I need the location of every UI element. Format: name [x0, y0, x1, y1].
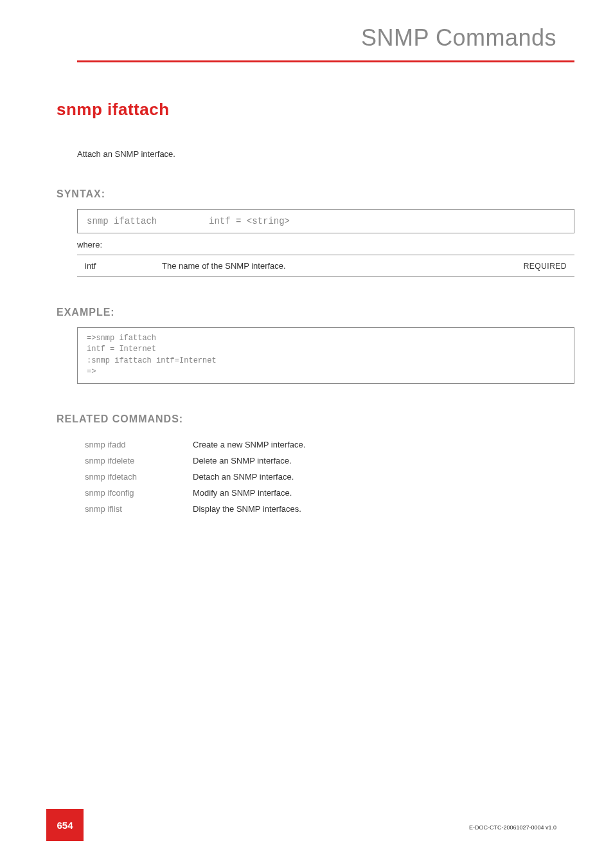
- document-id: E-DOC-CTC-20061027-0004 v1.0: [469, 824, 574, 841]
- related-cmd: snmp ifadd: [85, 440, 193, 449]
- page-footer: 654 E-DOC-CTC-20061027-0004 v1.0: [46, 809, 574, 841]
- related-cmd: snmp ifdetach: [85, 472, 193, 482]
- document-page: SNMP Commands snmp ifattach Attach an SN…: [0, 0, 613, 868]
- where-label: where:: [77, 240, 574, 249]
- example-box: =>snmp ifattach intf = Internet :snmp if…: [77, 327, 574, 384]
- page-number: 654: [57, 820, 73, 831]
- syntax-heading: SYNTAX:: [57, 188, 574, 200]
- related-row: snmp ifadd Create a new SNMP interface.: [77, 437, 574, 453]
- related-cmd: snmp ifconfig: [85, 488, 193, 498]
- syntax-args: intf = <string>: [209, 216, 290, 226]
- header-rule: [77, 60, 574, 62]
- related-desc: Create a new SNMP interface.: [193, 440, 305, 449]
- related-heading: RELATED COMMANDS:: [57, 413, 574, 425]
- chapter-title: SNMP Commands: [46, 24, 574, 51]
- command-description: Attach an SNMP interface.: [77, 149, 574, 159]
- related-row: snmp ifconfig Modify an SNMP interface.: [77, 485, 574, 501]
- example-heading: EXAMPLE:: [57, 307, 574, 318]
- param-required: REQUIRED: [524, 262, 567, 271]
- command-title: snmp ifattach: [57, 100, 574, 120]
- related-desc: Display the SNMP interfaces.: [193, 504, 301, 514]
- related-row: snmp iflist Display the SNMP interfaces.: [77, 501, 574, 517]
- param-table: intf The name of the SNMP interface. REQ…: [77, 255, 574, 277]
- related-commands-table: snmp ifadd Create a new SNMP interface. …: [77, 437, 574, 517]
- syntax-box: snmp ifattachintf = <string>: [77, 209, 574, 233]
- syntax-command: snmp ifattach: [87, 216, 209, 226]
- related-cmd: snmp iflist: [85, 504, 193, 514]
- related-desc: Detach an SNMP interface.: [193, 472, 294, 482]
- related-row: snmp ifdelete Delete an SNMP interface.: [77, 453, 574, 469]
- related-row: snmp ifdetach Detach an SNMP interface.: [77, 469, 574, 485]
- related-desc: Modify an SNMP interface.: [193, 488, 292, 498]
- related-desc: Delete an SNMP interface.: [193, 456, 292, 466]
- param-desc: The name of the SNMP interface.: [162, 261, 524, 271]
- param-name: intf: [85, 261, 162, 271]
- param-row: intf The name of the SNMP interface. REQ…: [77, 255, 574, 276]
- page-number-block: 654: [46, 809, 84, 841]
- related-cmd: snmp ifdelete: [85, 456, 193, 466]
